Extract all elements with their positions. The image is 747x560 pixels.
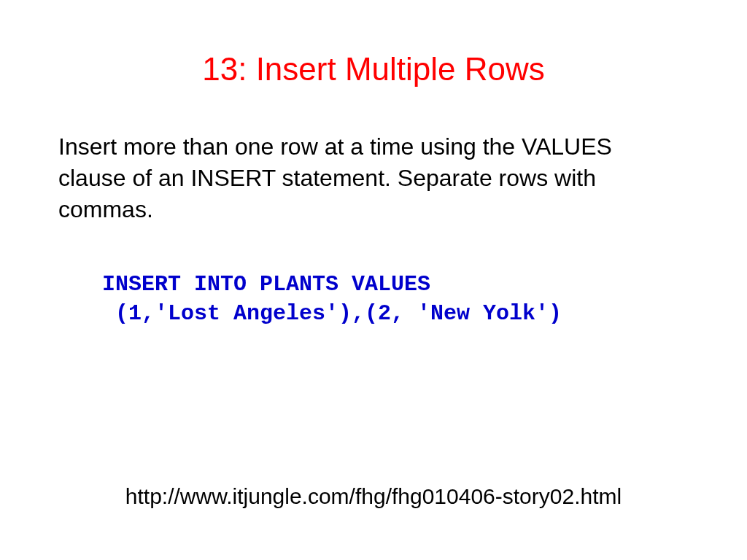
reference-url: http://www.itjungle.com/fhg/fhg010406-st… xyxy=(0,484,747,509)
slide-body-text: Insert more than one row at a time using… xyxy=(58,131,686,226)
code-example: INSERT INTO PLANTS VALUES (1,'Lost Angel… xyxy=(102,270,689,329)
slide-title: 13: Insert Multiple Rows xyxy=(58,51,689,88)
slide-container: 13: Insert Multiple Rows Insert more tha… xyxy=(0,0,747,560)
